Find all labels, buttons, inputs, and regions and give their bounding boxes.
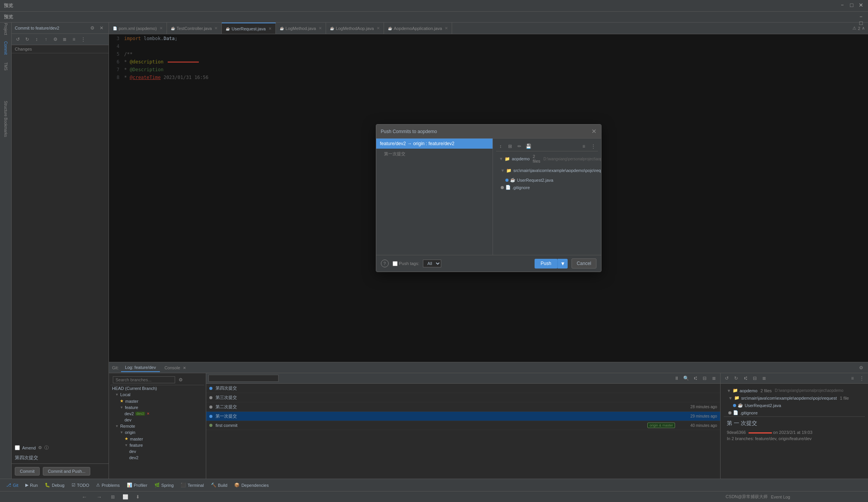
bookmarks-icon[interactable]: Bookmarks xyxy=(1,123,11,132)
detail-filter-icon[interactable]: ⊟ xyxy=(751,374,759,382)
structure-icon[interactable]: Structure xyxy=(1,104,11,113)
commit-row-1[interactable]: 第一次提交 29 minutes ago xyxy=(206,412,720,421)
nav-right-btn[interactable]: → xyxy=(94,493,104,501)
detail-redo-icon[interactable]: ↻ xyxy=(732,374,740,382)
cancel-button[interactable]: Cancel xyxy=(572,258,596,269)
tab-logmethod[interactable]: ☕ LogMethod.java ✕ xyxy=(276,23,326,34)
git-tree-dev2[interactable]: dev2 dev2 ✕ xyxy=(110,411,204,417)
amend-checkbox[interactable] xyxy=(15,445,20,450)
maximize-btn-2[interactable]: □ xyxy=(858,20,864,26)
terminal-tool-item[interactable]: ⬛ Terminal xyxy=(177,482,207,488)
tab-pom-xml[interactable]: 📄 pom.xml (aopdemo) ✕ xyxy=(109,23,167,34)
debug-tool-item[interactable]: 🐛 Debug xyxy=(42,482,67,488)
dialog-toolbar-sort[interactable]: ≡ xyxy=(580,142,588,150)
git-tree-feature[interactable]: ▼ feature xyxy=(110,404,204,411)
tab-testcontroller[interactable]: ☕ TestController.java ✕ xyxy=(167,23,222,34)
git-tool-item[interactable]: ⎇ Git xyxy=(3,482,21,488)
undo-icon[interactable]: ↺ xyxy=(14,35,22,43)
dialog-close-btn[interactable]: ✕ xyxy=(591,128,596,135)
settings-icon[interactable]: ⚙ xyxy=(88,24,96,32)
dependencies-tool-item[interactable]: 📦 Dependencies xyxy=(231,482,272,488)
commit-button[interactable]: Commit xyxy=(15,467,40,476)
commit-push-button[interactable]: Commit and Push... xyxy=(43,467,91,476)
push-tags-checkbox[interactable] xyxy=(393,261,398,266)
run-tool-item[interactable]: ▶ Run xyxy=(22,482,41,488)
push-dropdown-btn[interactable]: ▼ xyxy=(558,259,568,269)
dialog-toolbar-btn2[interactable]: ⊞ xyxy=(506,142,514,150)
maximize-btn-1[interactable]: □ xyxy=(849,2,855,8)
nav-download-btn[interactable]: ⬇ xyxy=(134,493,142,501)
minimize-btn-2[interactable]: － xyxy=(858,14,864,20)
branch-settings-icon[interactable]: ⚙ xyxy=(177,376,184,384)
dialog-branch-item[interactable]: feature/dev2 → origin : feature/dev2 xyxy=(376,139,493,149)
problems-tool-item[interactable]: ⚠ Problems xyxy=(93,482,123,488)
commit-row-first[interactable]: first commit origin & master 40 minutes … xyxy=(206,421,720,430)
git-tree-origin-feature-dev[interactable]: dev xyxy=(110,448,204,455)
close-btn-1[interactable]: ✕ xyxy=(858,2,864,8)
search-icon[interactable]: 🔍 xyxy=(682,374,690,382)
commit-icon[interactable]: Commit xyxy=(1,43,11,53)
tms-icon[interactable]: TMS xyxy=(1,62,11,71)
tab-logmethodaop-close[interactable]: ✕ xyxy=(377,26,380,30)
project-icon[interactable]: Project xyxy=(1,25,11,34)
commit-search-input[interactable] xyxy=(209,375,279,382)
commit-row-4[interactable]: 第四次提交 xyxy=(206,384,720,393)
dialog-toolbar-btn1[interactable]: ↕ xyxy=(497,142,505,150)
refresh-icon[interactable]: ↕ xyxy=(33,35,40,43)
dialog-toolbar-more[interactable]: ⋮ xyxy=(589,142,597,150)
nav-window-btn[interactable]: ⬜ xyxy=(121,493,129,501)
build-tool-item[interactable]: 🔨 Build xyxy=(208,482,230,488)
amend-info-icon[interactable]: ⓘ xyxy=(44,445,49,451)
detail-table-icon[interactable]: ≣ xyxy=(760,374,768,382)
nav-left-btn[interactable]: ← xyxy=(79,493,89,501)
profiler-tool-item[interactable]: 📊 Profiler xyxy=(124,482,151,488)
pause-icon[interactable]: ⏸ xyxy=(673,374,680,382)
git-tree-origin-feature[interactable]: ▼ feature xyxy=(110,442,204,448)
expand-icon[interactable]: ∧ xyxy=(862,26,865,31)
git-tree-origin-master[interactable]: ★ master xyxy=(110,435,204,442)
branch-search-input[interactable] xyxy=(113,376,175,383)
log-filter-icon[interactable]: ⊟ xyxy=(701,374,708,382)
commit-row-2[interactable]: 第二次提交 28 minutes ago xyxy=(206,402,720,412)
detail-branch-icon[interactable]: ⑆ xyxy=(742,374,749,382)
git-tree-master[interactable]: ★ master xyxy=(110,398,204,404)
detail-sort-icon[interactable]: ≡ xyxy=(849,374,856,382)
redo-icon[interactable]: ↻ xyxy=(23,35,31,43)
panel-settings-icon[interactable]: ⚙ xyxy=(857,364,865,372)
git-tree-dev[interactable]: dev xyxy=(110,417,204,423)
tab-aopdemo[interactable]: ☕ AopdemoApplication.java ✕ xyxy=(384,23,452,34)
spring-tool-item[interactable]: 🌿 Spring xyxy=(151,482,177,488)
tab-testcontroller-close[interactable]: ✕ xyxy=(214,26,217,30)
more-icon[interactable]: ⋮ xyxy=(79,35,87,43)
push-button[interactable]: Push xyxy=(535,259,558,269)
tab-console[interactable]: Console ✕ xyxy=(161,364,190,372)
settings2-icon[interactable]: ⚙ xyxy=(51,35,59,43)
close-commit-icon[interactable]: ✕ xyxy=(98,24,105,32)
tab-aopdemo-close[interactable]: ✕ xyxy=(445,26,448,30)
nav-layout-btn[interactable]: ⊞ xyxy=(109,493,117,501)
tab-userrequest-close[interactable]: ✕ xyxy=(268,26,272,31)
minimize-btn-1[interactable]: － xyxy=(839,2,845,8)
detail-undo-icon[interactable]: ↺ xyxy=(723,374,731,382)
tab-userrequest[interactable]: ☕ UserRequest.java ✕ xyxy=(222,23,275,34)
log-branch-icon[interactable]: ⑆ xyxy=(691,374,699,382)
detail-more-icon[interactable]: ⋮ xyxy=(858,374,866,382)
commit-row-3[interactable]: 第三次提交 xyxy=(206,393,720,402)
todo-tool-item[interactable]: ☑ TODO xyxy=(68,482,93,488)
group-icon[interactable]: ≣ xyxy=(61,35,68,43)
sort-icon[interactable]: ≡ xyxy=(70,35,78,43)
tab-log[interactable]: Log: feature/dev xyxy=(121,363,160,372)
git-tree-origin[interactable]: ▼ origin xyxy=(110,429,204,435)
dialog-toolbar-btn3[interactable]: ✏ xyxy=(516,142,523,150)
help-btn[interactable]: ? xyxy=(381,260,389,267)
log-more-icon[interactable]: ≣ xyxy=(710,374,718,382)
tab-logmethodaop[interactable]: ☕ LogMethodAop.java ✕ xyxy=(326,23,384,34)
git-tree-origin-feature-dev2[interactable]: dev2 xyxy=(110,455,204,461)
push-tags-select[interactable]: All xyxy=(423,260,441,267)
dialog-toolbar-btn4[interactable]: 💾 xyxy=(525,142,533,150)
amend-settings-icon[interactable]: ⚙ xyxy=(38,445,42,450)
tab-console-close[interactable]: ✕ xyxy=(183,366,186,370)
up-icon[interactable]: ↑ xyxy=(42,35,50,43)
tab-pom-xml-close[interactable]: ✕ xyxy=(160,26,163,30)
tab-logmethod-close[interactable]: ✕ xyxy=(319,26,322,30)
